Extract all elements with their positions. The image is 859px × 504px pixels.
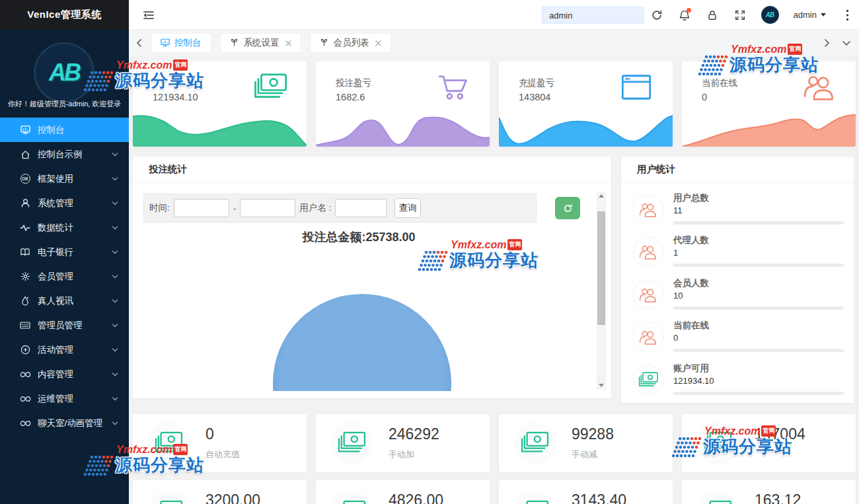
search-input[interactable] — [542, 7, 644, 24]
collapse-menu-icon[interactable] — [142, 9, 155, 22]
summary-card-value: 4826.00 — [389, 491, 443, 504]
sidebar-item-content[interactable]: 内容管理 — [0, 362, 129, 386]
sidebar-item-label: 框架使用 — [38, 173, 73, 185]
progress-bar — [673, 264, 844, 267]
sparkline-chart — [133, 112, 307, 147]
close-icon[interactable] — [285, 40, 291, 46]
sidebar-item-label: 会员管理 — [38, 271, 73, 283]
link-icon — [19, 417, 31, 429]
sidebar-item-system[interactable]: 系统管理 — [0, 191, 129, 215]
keyboard-icon — [19, 320, 31, 332]
user-stat-value: 121934.10 — [673, 376, 714, 386]
summary-card-value: 3200.00 — [205, 491, 260, 504]
welcome-text: 你好！超级管理员-admin, 欢迎登录 — [0, 99, 129, 109]
tree-icon — [320, 38, 329, 48]
user-stat-row: 用户总数 11 — [621, 191, 854, 233]
query-button[interactable]: 查询 — [394, 198, 421, 218]
tab-console[interactable]: 控制台 — [151, 33, 211, 53]
scroll-up-icon[interactable] — [599, 194, 604, 198]
more-options-icon[interactable] — [840, 9, 854, 22]
plus-circle-icon — [19, 344, 31, 356]
people-icon — [633, 322, 663, 352]
link-icon — [19, 393, 31, 405]
sidebar-item-ops[interactable]: 运维管理 — [0, 386, 129, 411]
stat-card-value: 1682.6 — [336, 92, 365, 102]
sidebar-item-admins[interactable]: 管理员管理 — [0, 313, 129, 338]
tab-system-settings[interactable]: 系统设置 — [220, 33, 301, 53]
user-menu[interactable]: admin — [794, 10, 826, 20]
time-from-input[interactable] — [174, 199, 229, 217]
main-content: 121934.10 投注盈亏 1682.6 充提盈亏 143804 — [129, 56, 859, 504]
tabs-menu-icon[interactable] — [842, 38, 851, 48]
ok-circle-icon: OK — [19, 173, 31, 185]
refresh-icon[interactable] — [650, 9, 663, 22]
gear-icon — [19, 271, 31, 283]
bet-statistics-panel: 投注统计 时间: - 用户名 : 查询 投注总金额:25738.00 — [133, 157, 611, 398]
tabs-scroll-left-icon[interactable] — [135, 38, 144, 48]
people-icon — [633, 194, 663, 225]
range-dash: - — [233, 203, 237, 213]
username-input[interactable] — [335, 199, 387, 217]
pulse-icon — [19, 222, 31, 234]
sidebar-item-chatroom[interactable]: 聊天室/动画管理 — [0, 411, 129, 435]
sidebar-item-ebank[interactable]: 电子银行 — [0, 240, 129, 264]
stat-card-bet-profit: 投注盈亏 1682.6 — [316, 61, 490, 147]
summary-card-manual-add: 246292 手动加 — [316, 414, 490, 472]
tab-label: 系统设置 — [244, 37, 280, 49]
money-icon — [696, 422, 739, 464]
money-icon — [147, 491, 190, 504]
user-stat-label: 用户总数 — [673, 192, 709, 204]
pie-chart-area — [133, 256, 589, 391]
money-icon — [147, 422, 190, 464]
money-icon — [252, 72, 288, 102]
fullscreen-icon[interactable] — [733, 9, 747, 22]
sidebar-item-framework[interactable]: OK 框架使用 — [0, 166, 129, 191]
sidebar-item-console[interactable]: 控制台 — [0, 118, 129, 142]
tab-label: 控制台 — [174, 37, 202, 49]
sidebar-item-console-demo[interactable]: 控制台示例 — [0, 142, 129, 166]
summary-card-value: 246292 — [389, 425, 439, 443]
sidebar-item-activity[interactable]: 活动管理 — [0, 338, 129, 362]
stat-card-label: 充提盈亏 — [519, 77, 554, 89]
user-stat-label: 当前在线 — [673, 320, 709, 332]
summary-card-value: 0 — [205, 425, 214, 443]
monitor-icon — [161, 38, 170, 48]
sidebar-item-label: 数据统计 — [38, 222, 73, 234]
money-icon — [633, 365, 663, 395]
time-to-input[interactable] — [240, 199, 295, 217]
people-icon — [633, 236, 663, 267]
sidebar-item-stats[interactable]: 数据统计 — [0, 215, 129, 240]
scrollbar[interactable] — [597, 192, 606, 390]
close-icon[interactable] — [375, 40, 381, 46]
user-avatar[interactable]: AB — [761, 6, 779, 24]
chevron-down-icon — [821, 13, 826, 17]
chevron-down-icon — [112, 297, 118, 303]
dashboard-page: VenIce管理系统 AB 你好！超级管理员-admin, 欢迎登录 控制台 控… — [0, 0, 859, 504]
lock-icon[interactable] — [706, 9, 719, 22]
tab-member-list[interactable]: 会员列表 — [310, 33, 391, 53]
user-stat-row: 代理人数 1 — [621, 233, 854, 275]
user-stat-value: 10 — [673, 291, 683, 301]
bet-filter-form: 时间: - 用户名 : 查询 — [143, 194, 537, 223]
scroll-down-icon[interactable] — [599, 384, 604, 387]
sidebar-item-label: 内容管理 — [38, 369, 73, 380]
chevron-down-icon — [112, 199, 118, 205]
panel-refresh-button[interactable] — [555, 197, 580, 219]
tabs-scroll-right-icon[interactable] — [822, 38, 831, 48]
summary-card-label: 手动加 — [389, 449, 414, 460]
sidebar-item-members[interactable]: 会员管理 — [0, 264, 129, 289]
scrollbar-thumb[interactable] — [597, 211, 605, 325]
sidebar-item-label: 系统管理 — [38, 198, 73, 209]
chevron-down-icon — [112, 273, 118, 278]
stat-card-value: 121934.10 — [153, 92, 198, 102]
notifications-bell-icon[interactable] — [678, 9, 691, 22]
notification-badge — [687, 8, 691, 13]
summary-card-value: 163.12 — [755, 491, 801, 504]
money-icon — [513, 491, 556, 504]
topbar: AB admin — [129, 0, 859, 30]
sidebar-item-live-video[interactable]: 真人视讯 — [0, 289, 129, 313]
money-icon — [513, 422, 556, 464]
chevron-down-icon — [112, 224, 118, 229]
summary-card-auto-recharge: 0 自动充值 — [133, 414, 307, 472]
chevron-down-icon — [112, 371, 118, 376]
